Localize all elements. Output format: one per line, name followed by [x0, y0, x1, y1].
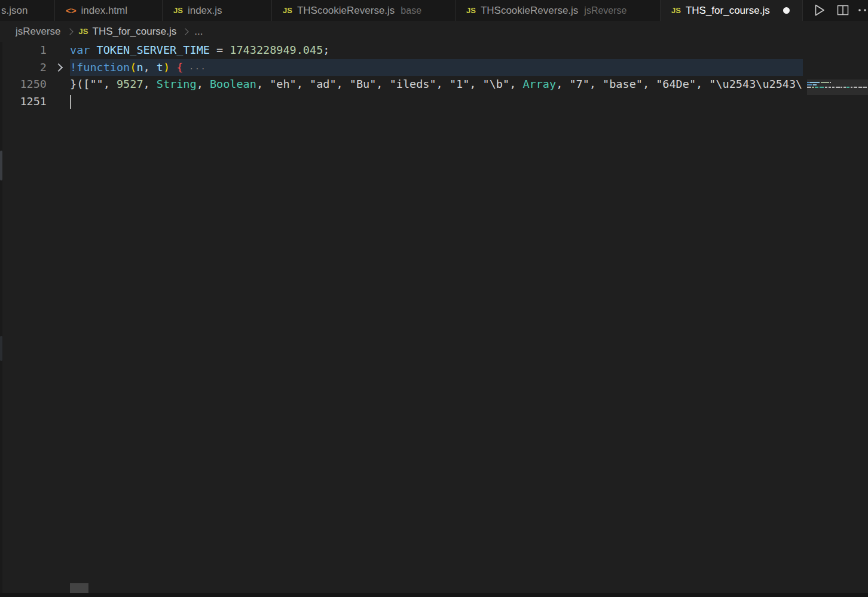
bottom-edge [0, 593, 868, 597]
chevron-right-icon [66, 28, 73, 35]
tab-directory-hint: jsReverse [584, 5, 626, 16]
tab-label: index.html [81, 5, 127, 17]
play-icon [812, 3, 826, 17]
tab-label: THScookieReverse.js [297, 5, 395, 17]
tab-bar: s.json<>index.htmlJSindex.jsJSTHScookieR… [0, 0, 868, 21]
tab-ths-for-course-js[interactable]: JSTHS_for_course.js [661, 0, 803, 21]
tab-label: THScookieReverse.js [481, 5, 578, 17]
js-file-icon: JS [173, 6, 183, 15]
code-token: ··· [183, 64, 206, 73]
tab-thscookiereverse-js[interactable]: JSTHScookieReverse.jsjsReverse [456, 0, 661, 21]
code-token: , [143, 61, 157, 74]
code-token: , [143, 78, 157, 90]
minimap-code-mark [807, 87, 811, 88]
horizontal-scrollbar[interactable] [70, 583, 803, 593]
code-token: var [70, 44, 97, 56]
line-number: 1250 [0, 76, 47, 93]
code-line-1: 1var TOKEN_SERVER_TIME = 1743228949.045; [0, 42, 868, 59]
minimap-code-mark [832, 87, 835, 88]
breadcrumb: jsReverseJSTHS_for_course.js... [0, 21, 868, 42]
tab-directory-hint: base [401, 5, 421, 16]
fold-chevron-icon[interactable] [47, 59, 70, 76]
left-edge-scroll-mark [0, 151, 2, 180]
minimap-code-mark [812, 87, 814, 88]
minimap-code-mark [841, 87, 842, 88]
minimap-code-mark [815, 87, 818, 88]
code-token: = [210, 44, 230, 56]
code-token: t [157, 61, 163, 74]
minimap-code-mark [829, 87, 831, 88]
code-token: String [157, 78, 197, 90]
left-panel-edge [0, 42, 2, 597]
minimap-code-mark [863, 87, 867, 88]
modified-indicator-icon[interactable] [783, 7, 790, 14]
code-token: ) [163, 61, 170, 74]
code-token: , [197, 78, 210, 90]
code-token: 1743228949.045 [230, 44, 323, 56]
code-token: !function [70, 61, 130, 74]
tab-index-html[interactable]: <>index.html [55, 0, 163, 21]
line-number: 1251 [0, 93, 47, 111]
minimap-code-mark [821, 82, 829, 83]
code-token: Array [522, 78, 556, 90]
tab-label: s.json [1, 5, 27, 17]
fold-column [47, 93, 70, 111]
breadcrumb-item-ths-for-course-js[interactable]: JSTHS_for_course.js [79, 26, 177, 38]
more-actions-button[interactable] [858, 3, 868, 17]
breadcrumb-item--[interactable]: ... [194, 26, 203, 38]
breadcrumb-label: ... [194, 26, 203, 38]
code-token: Boolean [210, 78, 256, 90]
minimap-code-mark [825, 87, 827, 88]
code-token: }(["", [70, 78, 117, 90]
run-button[interactable] [812, 3, 826, 17]
minimap[interactable] [807, 42, 868, 597]
code-token: TOKEN_SERVER_TIME [97, 44, 210, 56]
html-file-icon: <> [66, 5, 77, 16]
code-token: ( [130, 61, 136, 74]
ellipsis-icon [858, 3, 868, 17]
chevron-right-icon [182, 28, 189, 35]
minimap-code-mark [836, 87, 840, 88]
code-token: , "eh", "ad", "Bu", "ileds", "1", "\b", [256, 78, 523, 90]
minimap-code-mark [854, 87, 857, 88]
split-editor-button[interactable] [836, 3, 850, 17]
editor-pane[interactable]: 1var TOKEN_SERVER_TIME = 1743228949.045;… [0, 42, 868, 597]
minimap-code-mark [851, 87, 852, 88]
code-lines: 1var TOKEN_SERVER_TIME = 1743228949.045;… [0, 42, 868, 110]
fold-column [47, 76, 70, 93]
left-edge-scroll-mark [0, 336, 2, 361]
code-line-1250: 1250}(["", 9527, String, Boolean, "eh", … [0, 76, 868, 93]
editor-actions [804, 0, 868, 21]
minimap-code-mark [846, 87, 849, 88]
breadcrumb-label: jsReverse [16, 26, 61, 38]
code-text[interactable]: !function(n, t) { ··· [70, 59, 803, 76]
code-text[interactable]: var TOKEN_SERVER_TIME = 1743228949.045; [70, 42, 803, 59]
code-text[interactable]: }(["", 9527, String, Boolean, "eh", "ad"… [70, 76, 803, 93]
code-token: { [176, 61, 183, 74]
minimap-code-mark [813, 84, 817, 85]
minimap-code-mark [809, 82, 820, 83]
code-token: 9527 [117, 78, 143, 90]
code-token: , "7", "base", "64De", "\u2543\u2543\u25 [556, 78, 803, 90]
tab-label: index.js [188, 5, 222, 17]
code-token: n [136, 61, 143, 74]
breadcrumb-item-jsreverse[interactable]: jsReverse [16, 26, 61, 38]
horizontal-scrollbar-slider[interactable] [70, 583, 88, 593]
tab-index-js[interactable]: JSindex.js [163, 0, 272, 21]
minimap-code-mark [843, 87, 846, 88]
tab-thscookiereverse-js[interactable]: JSTHScookieReverse.jsbase [272, 0, 456, 21]
code-line-2: 2!function(n, t) { ··· [0, 59, 868, 76]
tab-label: THS_for_course.js [686, 5, 770, 17]
minimap-code-mark [807, 84, 812, 85]
breadcrumb-label: THS_for_course.js [93, 26, 177, 38]
line-number: 2 [0, 59, 47, 76]
code-token: ; [323, 44, 329, 56]
minimap-code-mark [807, 82, 809, 83]
minimap-code-mark [820, 87, 824, 88]
fold-column [47, 42, 70, 59]
chevron-collapsed-icon [54, 63, 62, 72]
tab-s-json[interactable]: s.json [0, 0, 55, 21]
code-line-1251: 1251 [0, 93, 868, 111]
code-token [170, 61, 176, 74]
code-text[interactable] [70, 93, 803, 111]
